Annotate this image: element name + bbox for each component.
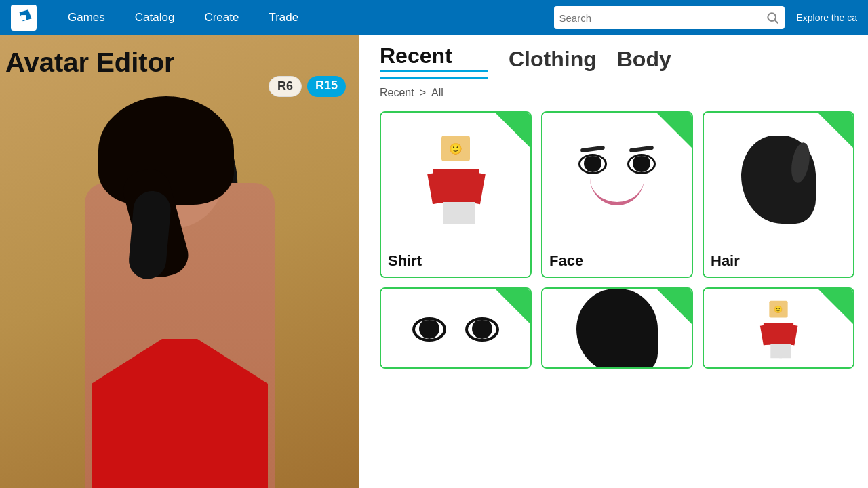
grid-item-hair-label: Hair <box>704 247 853 277</box>
shirt2-roblox: 🙂 <box>752 301 805 359</box>
pupil-right <box>633 155 650 172</box>
roblox-face2: 🙂 <box>774 305 783 313</box>
grid-item-shirt2-image: 🙂 <box>704 289 853 369</box>
grid-item-hair[interactable]: Hair <box>703 111 854 278</box>
hair-main-shape <box>741 136 816 224</box>
grid-item-face-label: Face <box>542 247 692 277</box>
search-button[interactable] <box>766 11 779 24</box>
tab-clothing[interactable]: Clothing <box>509 47 597 77</box>
eyes-illus-pupil-right <box>472 319 492 339</box>
eyes-illus-left <box>412 317 446 342</box>
grid-item-eyes-image <box>381 289 530 369</box>
tab-recent[interactable]: Recent <box>380 43 488 77</box>
explore-text: Explore the ca <box>797 12 858 23</box>
shirt-illustration: 🙂 <box>381 113 530 247</box>
avatar-badges: R6 R15 <box>269 76 346 97</box>
hair-illustration <box>704 113 853 247</box>
roblox-character-shirt: 🙂 <box>415 136 496 224</box>
breadcrumb: Recent > All <box>380 87 854 99</box>
badge-r6[interactable]: R6 <box>269 76 302 97</box>
roblox-head2: 🙂 <box>769 301 787 318</box>
hair-detail <box>728 132 829 227</box>
hair2-illustration <box>542 289 692 369</box>
hair2-shape <box>576 289 658 369</box>
svg-line-3 <box>774 20 778 24</box>
main-content: Avatar Editor R6 R15 <box>0 35 868 488</box>
breadcrumb-separator: > <box>420 87 426 99</box>
grid-item-shirt-label: Shirt <box>381 247 530 277</box>
nav-catalog[interactable]: Catalog <box>120 0 190 35</box>
hair2-detail <box>573 287 661 369</box>
breadcrumb-parent[interactable]: Recent <box>380 87 414 99</box>
items-grid: 🙂 Shirt <box>380 111 854 369</box>
face-illustration <box>542 113 692 247</box>
eyes-illus-pupil-left <box>419 319 439 339</box>
page-title: Avatar Editor <box>0 35 175 85</box>
svg-point-2 <box>768 13 776 21</box>
eye-white-right <box>627 154 656 174</box>
grid-item-hair-image <box>704 113 853 247</box>
roblox-leg-right <box>457 202 475 224</box>
tab-body[interactable]: Body <box>617 47 671 77</box>
eye-white-left <box>578 154 607 174</box>
badge-r15[interactable]: R15 <box>307 76 346 97</box>
search-input[interactable] <box>559 12 766 24</box>
eyes-illus-right <box>465 317 499 342</box>
roblox-face: 🙂 <box>449 142 462 155</box>
right-panel: Recent Clothing Body Recent > All <box>359 35 868 488</box>
grid-item-hair2-image <box>542 289 692 369</box>
eyebrow-left <box>580 146 605 153</box>
roblox-shirt-body2 <box>764 323 793 345</box>
tabs-row: Recent Clothing Body <box>380 43 854 77</box>
roblox-leg-right2 <box>779 344 791 358</box>
face-detail <box>566 139 668 220</box>
grid-item-shirt[interactable]: 🙂 Shirt <box>380 111 532 278</box>
roblox-shirt-body <box>433 169 479 203</box>
grid-item-shirt2[interactable]: 🙂 <box>703 287 854 369</box>
eyes-illustration <box>381 289 530 369</box>
svg-rect-1 <box>21 15 26 20</box>
nav-games[interactable]: Games <box>53 0 120 35</box>
pupil-left <box>584 155 601 172</box>
grid-item-face-image <box>542 113 692 247</box>
eyes-detail <box>405 302 507 357</box>
roblox-logo[interactable] <box>11 5 37 30</box>
face-eye-left <box>578 154 607 174</box>
grid-item-face[interactable]: Face <box>541 111 693 278</box>
roblox-head: 🙂 <box>441 136 470 161</box>
face-eye-right <box>627 154 656 174</box>
shirt2-illustration: 🙂 <box>704 289 853 369</box>
face-smile <box>590 178 644 205</box>
face-eyes <box>578 154 656 174</box>
grid-item-eyes[interactable] <box>380 287 532 369</box>
navbar: Games Catalog Create Trade Explore the c… <box>0 0 868 35</box>
grid-item-shirt-image: 🙂 <box>381 113 530 247</box>
eyebrow-right <box>629 146 654 153</box>
breadcrumb-current: All <box>431 87 443 99</box>
avatar-photo-bg <box>0 35 359 488</box>
search-bar <box>554 6 785 29</box>
roblox-character-shirt2: 🙂 <box>752 301 805 359</box>
grid-item-hair2[interactable] <box>541 287 693 369</box>
nav-trade[interactable]: Trade <box>254 0 313 35</box>
hair-highlight <box>789 141 812 184</box>
left-panel: Avatar Editor R6 R15 <box>0 35 359 488</box>
nav-create[interactable]: Create <box>189 0 254 35</box>
